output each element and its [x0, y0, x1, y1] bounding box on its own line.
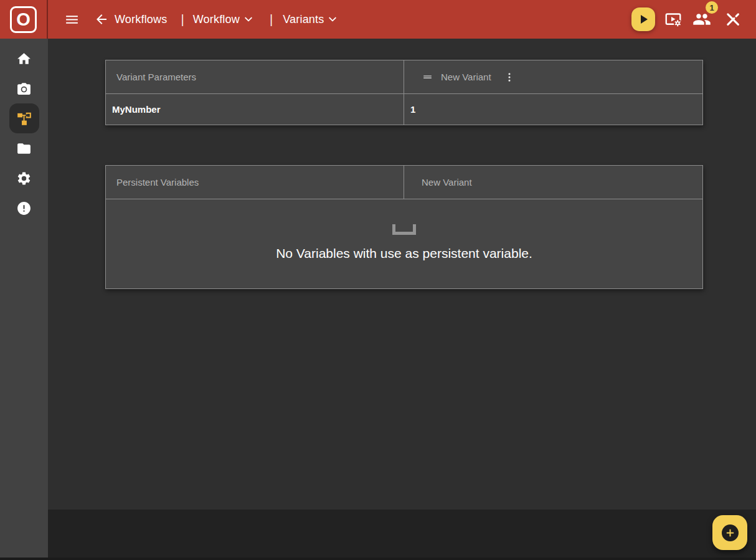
home-icon: [16, 51, 32, 67]
app-logo[interactable]: O: [0, 0, 48, 39]
sidebar-item-workflows[interactable]: [9, 103, 39, 133]
edit-off-icon[interactable]: [722, 9, 744, 30]
variant-parameters-table: Variant Parameters New Variant MyNumber …: [105, 60, 703, 125]
gear-icon: [16, 171, 32, 186]
variant-name: New Variant: [422, 177, 472, 187]
back-arrow-icon[interactable]: [94, 12, 109, 27]
logo-letter: O: [16, 9, 31, 30]
collaborators-button[interactable]: 1: [691, 9, 712, 30]
parameter-name-cell: MyNumber: [106, 94, 404, 125]
variant-column-header-2: New Variant: [404, 166, 702, 199]
persistent-variables-header: Persistent Variables New Variant: [106, 166, 702, 199]
camera-icon: [16, 81, 32, 97]
bottom-bar: [48, 510, 756, 558]
video-settings-icon: [664, 10, 683, 29]
breadcrumb-separator: |: [181, 12, 184, 27]
breadcrumb-workflows[interactable]: Workflows: [115, 13, 167, 26]
parameter-value-cell[interactable]: 1: [404, 94, 702, 125]
drag-handle-icon[interactable]: [422, 71, 433, 83]
top-app-bar: O Workflows | Workflow | Variants: [0, 0, 756, 39]
persistent-variables-title: Persistent Variables: [106, 166, 404, 199]
chevron-down-icon: [328, 14, 338, 24]
workflow-icon: [16, 110, 32, 126]
video-settings-button[interactable]: [663, 9, 684, 30]
variant-parameters-header: Variant Parameters New Variant: [106, 60, 702, 94]
variant-name[interactable]: New Variant: [441, 72, 491, 82]
breadcrumb-variants-label: Variants: [283, 13, 324, 26]
breadcrumb-separator: |: [270, 12, 273, 27]
empty-tray-icon: [392, 224, 416, 235]
breadcrumb-workflow-label: Workflow: [193, 13, 240, 26]
sidebar-item-alerts[interactable]: [9, 193, 39, 223]
add-fab-button[interactable]: [712, 515, 747, 550]
persistent-variables-table: Persistent Variables New Variant No Vari…: [105, 165, 703, 289]
main-content: Variant Parameters New Variant MyNumber …: [48, 39, 756, 558]
kebab-menu-icon[interactable]: [503, 69, 516, 85]
breadcrumb-variants-dropdown[interactable]: Variants: [283, 13, 338, 26]
plus-icon: [722, 524, 739, 541]
chevron-down-icon: [243, 14, 253, 24]
sidebar-item-files[interactable]: [9, 133, 39, 163]
logo-o-icon: O: [10, 6, 37, 33]
notification-badge: 1: [706, 1, 718, 14]
table-row[interactable]: MyNumber 1: [106, 94, 702, 125]
sidebar-item-screenshots[interactable]: [9, 74, 39, 103]
run-workflow-button[interactable]: [631, 7, 655, 31]
variant-parameters-title: Variant Parameters: [106, 60, 404, 93]
sidebar: [0, 39, 48, 558]
variant-column-header: New Variant: [404, 60, 702, 93]
folder-icon: [16, 141, 32, 156]
menu-icon[interactable]: [64, 12, 80, 27]
breadcrumb-workflow-dropdown[interactable]: Workflow: [193, 13, 253, 26]
empty-state-message: No Variables with use as persistent vari…: [276, 246, 532, 261]
alert-icon: [16, 201, 32, 216]
sidebar-item-settings[interactable]: [9, 163, 39, 193]
empty-state: No Variables with use as persistent vari…: [106, 199, 702, 288]
bottom-edge-strip: [0, 558, 756, 560]
sidebar-item-home[interactable]: [9, 44, 39, 74]
play-icon: [636, 12, 651, 27]
